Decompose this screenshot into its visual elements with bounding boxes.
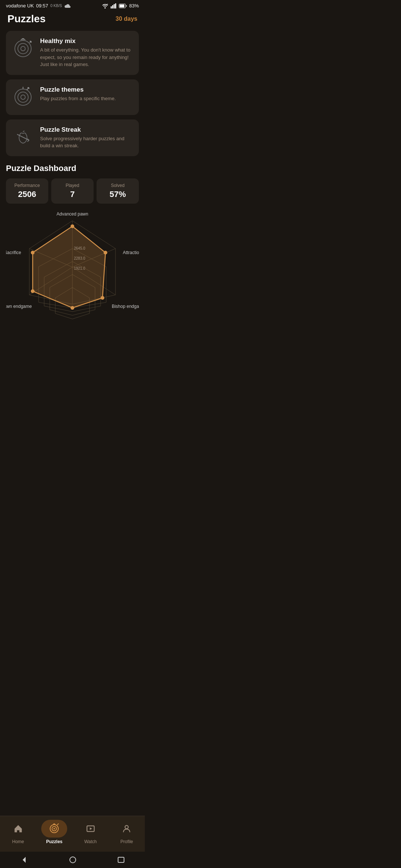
status-right: 5 83% bbox=[102, 3, 139, 9]
healthy-mix-card[interactable]: Healthy mix A bit of everything. You don… bbox=[6, 31, 139, 75]
puzzle-themes-title: Puzzle themes bbox=[40, 86, 116, 93]
stats-row: Performance 2506 Played 7 Solved 57% bbox=[6, 178, 139, 204]
svg-text:5: 5 bbox=[107, 3, 108, 6]
svg-point-9 bbox=[21, 46, 25, 51]
performance-value: 2506 bbox=[10, 190, 45, 199]
svg-point-12 bbox=[18, 92, 28, 102]
wifi-icon: 5 bbox=[102, 3, 108, 9]
performance-label: Performance bbox=[10, 183, 45, 188]
healthy-mix-icon bbox=[12, 37, 34, 60]
days-badge[interactable]: 30 days bbox=[115, 16, 137, 22]
svg-point-31 bbox=[71, 224, 74, 228]
dashboard-title: Puzzle Dashboard bbox=[6, 164, 139, 173]
radar-label-advanced-pawn: Advanced pawn bbox=[56, 211, 88, 217]
svg-rect-4 bbox=[115, 3, 116, 9]
puzzle-themes-content: Puzzle themes Play puzzles from a specif… bbox=[40, 86, 116, 102]
stat-performance: Performance 2506 bbox=[6, 178, 48, 204]
healthy-mix-content: Healthy mix A bit of everything. You don… bbox=[40, 37, 133, 68]
svg-rect-3 bbox=[114, 4, 115, 9]
puzzle-themes-icon bbox=[12, 86, 34, 108]
battery-text: 83% bbox=[129, 3, 139, 9]
radar-chart: Advanced pawn Attraction Bishop endgame … bbox=[6, 210, 139, 325]
cloud-icon bbox=[64, 3, 71, 9]
svg-point-11 bbox=[15, 89, 31, 105]
puzzle-themes-card[interactable]: Puzzle themes Play puzzles from a specif… bbox=[6, 79, 139, 115]
puzzle-streak-desc: Solve progressively harder puzzles and b… bbox=[40, 135, 133, 149]
svg-point-33 bbox=[101, 296, 104, 300]
svg-point-36 bbox=[31, 251, 35, 254]
solved-label: Solved bbox=[100, 183, 135, 188]
radar-label-sacrifice: Sacrifice bbox=[6, 250, 21, 255]
stat-solved: Solved 57% bbox=[97, 178, 139, 204]
page-title: Puzzles bbox=[7, 13, 46, 25]
svg-point-35 bbox=[31, 289, 35, 293]
radar-label-attraction: Attraction bbox=[123, 250, 139, 255]
played-label: Played bbox=[55, 183, 90, 188]
healthy-mix-desc: A bit of everything. You don't know what… bbox=[40, 46, 133, 68]
status-bar: vodafone UK 09:57 0 KB/S 5 bbox=[0, 0, 145, 10]
page-header: Puzzles 30 days bbox=[0, 10, 145, 31]
radar-label-pawn: Pawn endgame bbox=[6, 304, 32, 309]
svg-rect-2 bbox=[112, 5, 113, 9]
played-value: 7 bbox=[55, 190, 90, 199]
healthy-mix-title: Healthy mix bbox=[40, 37, 133, 45]
svg-rect-1 bbox=[111, 6, 112, 9]
svg-point-7 bbox=[15, 40, 31, 57]
puzzle-streak-icon bbox=[12, 126, 34, 148]
carrier-text: vodafone UK bbox=[6, 3, 34, 9]
stat-played: Played 7 bbox=[51, 178, 94, 204]
cards-section: Healthy mix A bit of everything. You don… bbox=[0, 31, 145, 156]
data-speed: 0 KB/S bbox=[50, 4, 62, 8]
svg-point-8 bbox=[18, 43, 28, 54]
svg-marker-30 bbox=[33, 226, 105, 308]
svg-point-34 bbox=[71, 306, 74, 310]
puzzle-themes-desc: Play puzzles from a specific theme. bbox=[40, 95, 116, 102]
time-text: 09:57 bbox=[36, 3, 48, 9]
status-left: vodafone UK 09:57 0 KB/S bbox=[6, 3, 71, 9]
battery-icon bbox=[119, 4, 127, 8]
svg-rect-6 bbox=[120, 4, 124, 7]
puzzle-streak-card[interactable]: Puzzle Streak Solve progressively harder… bbox=[6, 119, 139, 156]
puzzle-streak-title: Puzzle Streak bbox=[40, 126, 133, 134]
solved-value: 57% bbox=[100, 190, 135, 199]
puzzle-streak-content: Puzzle Streak Solve progressively harder… bbox=[40, 126, 133, 149]
svg-point-32 bbox=[104, 251, 107, 254]
dashboard-section: Puzzle Dashboard Performance 2506 Played… bbox=[0, 156, 145, 325]
signal-icon bbox=[111, 3, 117, 9]
radar-label-bishop: Bishop endgame bbox=[112, 304, 139, 309]
svg-point-13 bbox=[21, 95, 25, 99]
